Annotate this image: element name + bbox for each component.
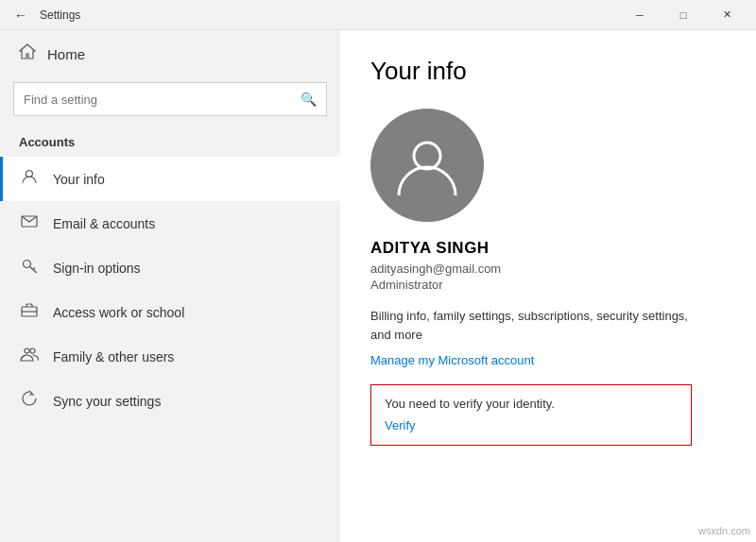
email-icon <box>19 212 40 234</box>
sidebar-item-email-accounts[interactable]: Email & accounts <box>0 201 340 246</box>
sidebar-family-label: Family & other users <box>53 349 174 364</box>
sidebar-item-work-school[interactable]: Access work or school <box>0 290 340 334</box>
key-icon <box>19 257 40 279</box>
sidebar-item-sync[interactable]: Sync your settings <box>0 379 340 423</box>
sidebar-work-label: Access work or school <box>53 305 184 320</box>
user-email: adityasingh@gmail.com <box>370 262 726 276</box>
maximize-button[interactable]: □ <box>662 0 705 30</box>
sidebar-item-your-info[interactable]: Your info <box>0 157 340 201</box>
sidebar-your-info-label: Your info <box>53 172 105 187</box>
sidebar-item-sign-in[interactable]: Sign-in options <box>0 246 340 290</box>
watermark: wsxdn.com <box>698 525 750 536</box>
verify-box: You need to verify your identity. Verify <box>370 384 692 446</box>
sidebar-item-home[interactable]: Home <box>0 30 340 78</box>
search-box[interactable]: 🔍 <box>13 82 327 116</box>
sync-icon <box>19 390 40 412</box>
svg-line-4 <box>33 268 35 270</box>
manage-account-link[interactable]: Manage my Microsoft account <box>370 353 726 367</box>
billing-info: Billing info, family settings, subscript… <box>370 307 692 344</box>
sidebar-signin-label: Sign-in options <box>53 261 141 276</box>
people-icon <box>19 346 40 367</box>
window-controls: ─ □ ✕ <box>618 0 748 30</box>
window-title: Settings <box>40 8 80 22</box>
back-button[interactable]: ← <box>8 2 34 28</box>
sidebar-email-label: Email & accounts <box>53 216 155 231</box>
page-title: Your info <box>370 57 726 86</box>
sidebar-item-family[interactable]: Family & other users <box>0 334 340 379</box>
home-label: Home <box>47 46 85 62</box>
svg-point-2 <box>24 261 31 268</box>
user-name: ADITYA SINGH <box>370 239 726 258</box>
search-icon: 🔍 <box>301 92 317 107</box>
sidebar: Home 🔍 Accounts Your info <box>0 30 340 542</box>
user-role: Administrator <box>370 278 726 292</box>
main-layout: Home 🔍 Accounts Your info <box>0 30 756 542</box>
sidebar-sync-label: Sync your settings <box>53 394 161 409</box>
close-button[interactable]: ✕ <box>705 0 748 30</box>
briefcase-icon <box>19 301 40 323</box>
svg-point-8 <box>30 348 35 353</box>
search-input[interactable] <box>24 93 297 107</box>
verify-link[interactable]: Verify <box>385 418 416 432</box>
home-icon <box>19 43 36 65</box>
minimize-button[interactable]: ─ <box>618 0 662 30</box>
sidebar-section-title: Accounts <box>0 129 340 157</box>
verify-text: You need to verify your identity. <box>385 397 678 411</box>
svg-point-7 <box>25 348 29 353</box>
svg-point-9 <box>414 143 440 169</box>
person-icon <box>19 168 40 190</box>
title-bar: ← Settings ─ □ ✕ <box>0 0 756 30</box>
content-area: Your info ADITYA SINGH adityasingh@gmail… <box>340 30 756 542</box>
avatar <box>370 109 484 222</box>
